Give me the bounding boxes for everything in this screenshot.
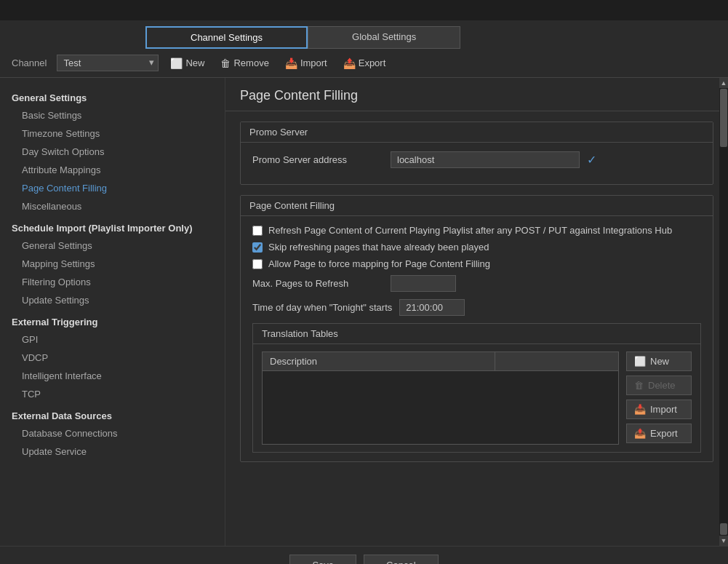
translation-export-button[interactable]: 📤 Export — [626, 424, 692, 443]
main-layout: General Settings Basic Settings Timezone… — [0, 78, 728, 546]
checkbox-row-3: Allow Page to force mapping for Page Con… — [252, 258, 701, 269]
promo-address-row: Promo Server address ✓ — [252, 151, 701, 168]
cancel-button[interactable]: Cancel — [364, 555, 438, 564]
translation-tables-section: Translation Tables Description — [252, 323, 701, 453]
translation-export-icon: 📤 — [634, 428, 646, 439]
sidebar-item-page-content[interactable]: Page Content Filling — [0, 179, 225, 197]
table-header: Description — [263, 352, 618, 371]
table-buttons: ⬜ New 🗑 Delete 📥 Import — [626, 351, 692, 445]
sidebar-section-general: General Settings — [0, 85, 225, 106]
bottom-bar: Save Cancel — [0, 546, 728, 564]
translation-tables-content: Description ⬜ New — [253, 344, 700, 452]
sidebar-item-update-settings[interactable]: Update Settings — [0, 291, 225, 309]
checkbox-allow[interactable] — [252, 259, 263, 269]
translation-table: Description — [262, 351, 619, 445]
sidebar-item-mapping[interactable]: Mapping Settings — [0, 255, 225, 273]
export-button[interactable]: 📤 Export — [339, 56, 391, 71]
promo-server-title: Promo Server — [241, 122, 713, 143]
sidebar-item-tcp[interactable]: TCP — [0, 385, 225, 403]
sidebar-item-general-settings[interactable]: General Settings — [0, 237, 225, 255]
promo-address-input[interactable] — [391, 151, 580, 168]
translation-tables-title: Translation Tables — [253, 324, 700, 344]
tonight-row: Time of day when "Tonight" starts — [252, 299, 701, 316]
tonight-label: Time of day when "Tonight" starts — [252, 302, 392, 313]
sidebar-section-data: External Data Sources — [0, 403, 225, 424]
channel-select[interactable]: Test — [57, 55, 159, 71]
tonight-input[interactable] — [399, 299, 465, 316]
scroll-down-area: ▼ — [719, 523, 728, 546]
promo-server-content: Promo Server address ✓ — [241, 143, 713, 184]
sidebar: General Settings Basic Settings Timezone… — [0, 78, 225, 546]
page-title: Page Content Filling — [225, 78, 728, 111]
tab-global-settings[interactable]: Global Settings — [308, 26, 460, 49]
new-button[interactable]: ⬜ New — [166, 56, 209, 71]
toolbar: Channel Test ⬜ New 🗑 Remove 📥 Import 📤 E… — [0, 49, 728, 78]
sidebar-item-day-switch[interactable]: Day Switch Options — [0, 143, 225, 161]
checkbox-skip[interactable] — [252, 242, 263, 253]
sidebar-item-attribute[interactable]: Attribute Mappings — [0, 161, 225, 179]
max-pages-label: Max. Pages to Refresh — [252, 278, 383, 289]
scrollbar-track-area — [719, 88, 728, 523]
check-icon: ✓ — [587, 153, 596, 167]
translation-new-icon: ⬜ — [634, 356, 646, 367]
scrollbar-thumb-bottom-el[interactable] — [720, 523, 727, 535]
checkbox-refresh[interactable] — [252, 226, 263, 236]
sidebar-item-misc[interactable]: Miscellaneous — [0, 197, 225, 215]
right-scrollbar[interactable]: ▲ ▼ — [719, 78, 728, 546]
tab-channel-settings[interactable]: Channel Settings — [145, 26, 308, 49]
new-icon: ⬜ — [170, 57, 183, 69]
sidebar-section-schedule: Schedule Import (Playlist Importer Only) — [0, 215, 225, 237]
table-th-description: Description — [263, 352, 495, 370]
table-container: Description ⬜ New — [262, 351, 692, 445]
export-icon: 📤 — [343, 57, 356, 69]
sidebar-item-basic-settings[interactable]: Basic Settings — [0, 106, 225, 124]
top-bar — [0, 0, 728, 20]
checkbox-refresh-label: Refresh Page Content of Current Playing … — [268, 225, 672, 236]
sidebar-item-db-connections[interactable]: Database Connections — [0, 424, 225, 442]
page-content-section: Page Content Filling Refresh Page Conten… — [240, 195, 713, 462]
translation-delete-button[interactable]: 🗑 Delete — [626, 376, 692, 395]
table-th-col2 — [495, 352, 618, 370]
sidebar-item-vdcp[interactable]: VDCP — [0, 349, 225, 367]
remove-icon: 🗑 — [220, 57, 231, 69]
content-area: Page Content Filling Promo Server Promo … — [225, 78, 728, 546]
translation-import-button[interactable]: 📥 Import — [626, 400, 692, 419]
sidebar-item-gpi[interactable]: GPI — [0, 330, 225, 349]
save-button[interactable]: Save — [289, 555, 356, 564]
translation-import-icon: 📥 — [634, 404, 646, 415]
promo-server-section: Promo Server Promo Server address ✓ — [240, 122, 713, 185]
import-icon: 📥 — [285, 57, 297, 69]
remove-button[interactable]: 🗑 Remove — [216, 56, 273, 71]
checkbox-skip-label: Skip refreshing pages that have already … — [268, 242, 489, 253]
page-content-body: Refresh Page Content of Current Playing … — [241, 216, 713, 461]
sidebar-section-triggering: External Triggering — [0, 309, 225, 330]
checkbox-row-1: Refresh Page Content of Current Playing … — [252, 225, 701, 236]
page-content-title: Page Content Filling — [241, 196, 713, 216]
sidebar-item-filtering[interactable]: Filtering Options — [0, 273, 225, 291]
scrollbar-thumb-top[interactable] — [720, 89, 727, 147]
promo-address-label: Promo Server address — [252, 154, 383, 165]
import-button[interactable]: 📥 Import — [281, 56, 332, 71]
channel-select-wrap: Test — [57, 55, 159, 71]
scroll-up-arrow[interactable]: ▲ — [719, 78, 728, 88]
translation-delete-icon: 🗑 — [634, 380, 644, 391]
max-pages-row: Max. Pages to Refresh — [252, 275, 701, 292]
checkbox-row-2: Skip refreshing pages that have already … — [252, 242, 701, 253]
max-pages-input[interactable] — [391, 275, 456, 292]
tab-bar: Channel Settings Global Settings — [0, 20, 728, 49]
table-body — [263, 371, 618, 444]
sidebar-item-update-service[interactable]: Update Service — [0, 442, 225, 461]
sidebar-item-timezone[interactable]: Timezone Settings — [0, 124, 225, 143]
scroll-down-arrow[interactable]: ▼ — [719, 536, 728, 546]
translation-new-button[interactable]: ⬜ New — [626, 351, 692, 371]
channel-label: Channel — [12, 57, 47, 68]
sidebar-item-intelligent[interactable]: Intelligent Interface — [0, 367, 225, 385]
checkbox-allow-label: Allow Page to force mapping for Page Con… — [268, 258, 490, 269]
